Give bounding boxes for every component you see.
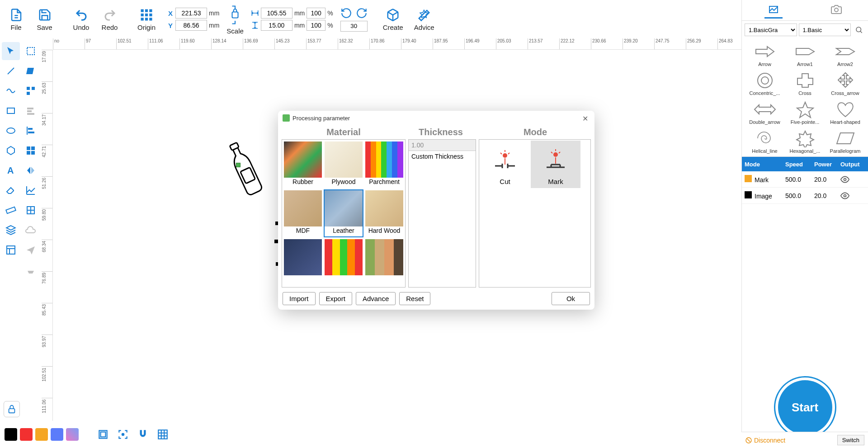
- color-swatch[interactable]: [5, 428, 17, 441]
- reset-button[interactable]: Reset: [399, 292, 430, 305]
- height-input[interactable]: [261, 20, 292, 31]
- switch-button[interactable]: Switch: [837, 435, 864, 445]
- shape-label: Arrow1: [797, 61, 813, 67]
- rotate-cw-icon[interactable]: [356, 7, 368, 19]
- ellipse-tool[interactable]: [2, 122, 20, 140]
- close-button[interactable]: ✕: [580, 113, 590, 123]
- layer-row[interactable]: Mark500.020.0: [742, 171, 868, 188]
- material-item[interactable]: MDF: [283, 189, 323, 237]
- save-button[interactable]: Save: [32, 5, 57, 33]
- connection-status[interactable]: Disconnect: [745, 437, 785, 444]
- redo-button[interactable]: Redo: [97, 5, 122, 33]
- rotate-ccw-icon[interactable]: [340, 7, 352, 19]
- origin-button[interactable]: Origin: [134, 5, 159, 33]
- color-swatch[interactable]: [20, 428, 33, 441]
- undo-button[interactable]: Undo: [69, 5, 94, 33]
- y-input[interactable]: [175, 20, 207, 31]
- shape-item[interactable]: Arrow: [745, 41, 784, 68]
- polygon-tool[interactable]: [2, 141, 20, 160]
- shape-icon: [792, 71, 819, 90]
- file-button[interactable]: File: [4, 5, 28, 33]
- import-button[interactable]: Import: [283, 292, 316, 305]
- focus-icon[interactable]: [115, 426, 131, 443]
- layout-tool[interactable]: [2, 241, 20, 259]
- shape-item[interactable]: Concentric_...: [745, 70, 784, 97]
- material-item[interactable]: Hard Wood: [364, 189, 404, 237]
- material-item[interactable]: Parchment: [364, 141, 404, 189]
- thickness-input[interactable]: [409, 140, 476, 151]
- color-swatch[interactable]: [66, 428, 79, 441]
- laser-tool[interactable]: [22, 261, 40, 279]
- shape-item[interactable]: Parallelogram: [826, 127, 864, 155]
- mode-item-cut[interactable]: Cut: [480, 141, 530, 188]
- bottle-graphic[interactable]: [225, 140, 265, 199]
- ruler-vertical: 17.0925.6334.1742.7151.2659.8068.3476.89…: [42, 50, 53, 421]
- advance-button[interactable]: Advance: [356, 292, 396, 305]
- graph-tool[interactable]: [22, 181, 40, 199]
- shape-item[interactable]: Double_arrow: [745, 99, 784, 126]
- shape-item[interactable]: Cross: [786, 70, 824, 97]
- rectangle-tool[interactable]: [2, 102, 20, 120]
- start-button[interactable]: Start: [778, 380, 832, 434]
- export-button[interactable]: Export: [319, 292, 352, 305]
- material-item[interactable]: Leather: [324, 189, 363, 237]
- shape-category-select-1[interactable]: 1.BasicGra: [745, 24, 797, 36]
- cloud-tool[interactable]: [22, 221, 40, 239]
- material-item[interactable]: [364, 238, 404, 286]
- material-item[interactable]: [324, 238, 363, 286]
- width-pct-input[interactable]: [307, 8, 326, 19]
- shape-tool[interactable]: [22, 62, 40, 80]
- ruler-tool[interactable]: [2, 201, 20, 219]
- search-shapes-icon[interactable]: [853, 24, 865, 36]
- magnet-icon[interactable]: [135, 426, 151, 443]
- selection-handle[interactable]: [274, 240, 278, 243]
- svg-line-68: [747, 439, 750, 442]
- width-input[interactable]: [261, 8, 292, 19]
- ok-button[interactable]: Ok: [552, 292, 590, 305]
- align-h-tool[interactable]: [22, 102, 40, 120]
- material-item[interactable]: [283, 238, 323, 286]
- shape-item[interactable]: Heart-shaped: [826, 99, 864, 126]
- material-item[interactable]: Plywood: [324, 141, 363, 189]
- grid-tool[interactable]: [22, 141, 40, 160]
- curve-tool[interactable]: [2, 82, 20, 100]
- shape-item[interactable]: Cross_arrow: [826, 70, 864, 97]
- align-left-tool[interactable]: [22, 122, 40, 140]
- advice-button[interactable]: Advice: [410, 5, 438, 33]
- send-tool[interactable]: [22, 241, 40, 259]
- color-swatch[interactable]: [51, 428, 63, 441]
- selection-handle-rotate[interactable]: [236, 163, 241, 167]
- lock-aspect-button[interactable]: Scale: [223, 4, 247, 35]
- material-item[interactable]: Rubber: [283, 141, 323, 189]
- select-tool[interactable]: [2, 42, 20, 60]
- layers-tool[interactable]: [2, 221, 20, 239]
- shape-category-select-2[interactable]: 1.Basic: [799, 24, 851, 36]
- color-swatch[interactable]: [35, 428, 48, 441]
- tab-camera[interactable]: [827, 2, 845, 19]
- tab-shapes[interactable]: [764, 2, 783, 19]
- grid-icon[interactable]: [155, 426, 171, 443]
- rotation-input[interactable]: [340, 21, 368, 32]
- svg-rect-5: [141, 13, 144, 16]
- shape-item[interactable]: Helical_line: [745, 127, 784, 155]
- layer-row[interactable]: Image500.020.0: [742, 188, 868, 204]
- frame-icon[interactable]: [95, 426, 111, 443]
- eraser-tool[interactable]: [2, 181, 20, 199]
- shape-item[interactable]: Hexagonal_...: [786, 127, 824, 155]
- text-tool[interactable]: A: [2, 161, 20, 179]
- marquee-tool[interactable]: [22, 42, 40, 60]
- line-tool[interactable]: [2, 62, 20, 80]
- shape-item[interactable]: Five-pointe...: [786, 99, 824, 126]
- custom-thickness-option[interactable]: Custom Thickness: [409, 151, 476, 162]
- shape-item[interactable]: Arrow1: [786, 41, 824, 68]
- height-pct-input[interactable]: [307, 20, 326, 31]
- create-button[interactable]: Create: [379, 5, 407, 33]
- snap-grid-tool[interactable]: [22, 201, 40, 219]
- node-edit-tool[interactable]: [22, 82, 40, 100]
- mirror-tool[interactable]: [22, 161, 40, 179]
- dialog-title: Processing parameter: [292, 115, 350, 122]
- mode-item-mark[interactable]: Mark: [531, 141, 580, 188]
- x-input[interactable]: [175, 8, 207, 19]
- shape-item[interactable]: Arrow2: [826, 41, 864, 68]
- lock-canvas-button[interactable]: [4, 401, 20, 417]
